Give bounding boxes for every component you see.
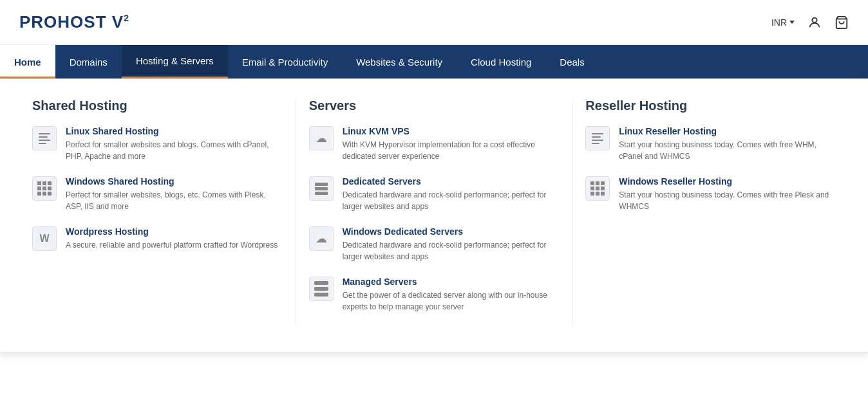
nav-cloud-label: Cloud Hosting	[471, 57, 531, 68]
linux-shared-title: Linux Shared Hosting	[66, 126, 283, 136]
nav-websites-label: Websites & Security	[356, 57, 442, 68]
chevron-down-icon	[789, 21, 795, 24]
linux-reseller-title: Linux Reseller Hosting	[619, 126, 836, 136]
nav-domains-label: Domains	[70, 57, 108, 68]
linux-reseller-item[interactable]: Linux Reseller Hosting Start your hostin…	[585, 126, 836, 143]
navbar: Home Domains Hosting & Servers Email & P…	[0, 45, 868, 78]
hosting-dropdown-panel: Shared Hosting Linux Shared Hosting Perf…	[0, 78, 868, 143]
nav-item-home[interactable]: Home	[0, 45, 55, 78]
linux-kvm-icon: ☁	[309, 126, 334, 143]
nav-item-domains[interactable]: Domains	[55, 45, 122, 78]
logo-sup: 2	[124, 13, 129, 23]
servers-column: Servers ☁ Linux KVM VPS With KVM Hypervi…	[296, 98, 573, 143]
reseller-hosting-title: Reseller Hosting	[585, 98, 836, 113]
servers-title: Servers	[309, 98, 560, 113]
svg-point-0	[812, 17, 816, 22]
nav-item-email[interactable]: Email & Productivity	[228, 45, 342, 78]
header: PROHOST V2 INR	[0, 0, 868, 45]
linux-kvm-desc: With KVM Hypervisor implementation for a…	[343, 139, 560, 143]
header-right: INR	[771, 15, 849, 30]
linux-shared-hosting-item[interactable]: Linux Shared Hosting Perfect for smaller…	[32, 126, 283, 143]
lines-icon	[39, 133, 50, 143]
reseller-hosting-column: Reseller Hosting Linux Reseller Hosting …	[572, 98, 849, 143]
nav-home-label: Home	[14, 57, 41, 68]
nav-item-hosting-servers[interactable]: Hosting & Servers	[122, 45, 228, 78]
logo: PROHOST V2	[19, 12, 129, 32]
linux-kvm-title: Linux KVM VPS	[343, 126, 560, 136]
linux-shared-icon	[32, 126, 57, 143]
currency-label: INR	[771, 17, 787, 28]
nav-deals-label: Deals	[560, 57, 584, 68]
nav-hosting-label: Hosting & Servers	[136, 55, 214, 66]
linux-reseller-desc: Start your hosting business today. Comes…	[619, 139, 836, 143]
nav-item-websites[interactable]: Websites & Security	[342, 45, 457, 78]
linux-reseller-icon	[585, 126, 610, 143]
nav-item-cloud[interactable]: Cloud Hosting	[457, 45, 545, 78]
linux-shared-desc: Perfect for smaller websites and blogs. …	[66, 139, 283, 143]
nav-email-label: Email & Productivity	[242, 57, 328, 68]
shared-hosting-title: Shared Hosting	[32, 98, 283, 113]
shared-hosting-column: Shared Hosting Linux Shared Hosting Perf…	[19, 98, 296, 143]
cart-icon[interactable]	[835, 15, 849, 30]
nav-item-deals[interactable]: Deals	[545, 45, 598, 78]
logo-text: PROHOST V	[19, 12, 124, 32]
currency-selector[interactable]: INR	[771, 17, 795, 28]
user-icon[interactable]	[807, 15, 822, 30]
linux-kvm-item[interactable]: ☁ Linux KVM VPS With KVM Hypervisor impl…	[309, 126, 560, 143]
